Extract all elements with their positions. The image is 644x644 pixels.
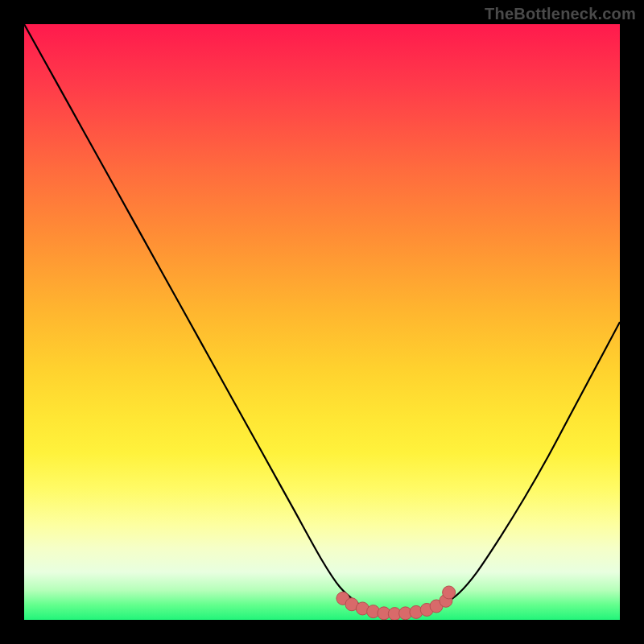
curve-markers xyxy=(336,586,456,620)
curve-layer xyxy=(24,24,620,620)
bottleneck-curve xyxy=(24,24,620,614)
curve-marker xyxy=(443,586,456,599)
plot-area xyxy=(24,24,620,620)
watermark-text: TheBottleneck.com xyxy=(485,5,636,23)
chart-stage: TheBottleneck.com xyxy=(0,0,644,644)
